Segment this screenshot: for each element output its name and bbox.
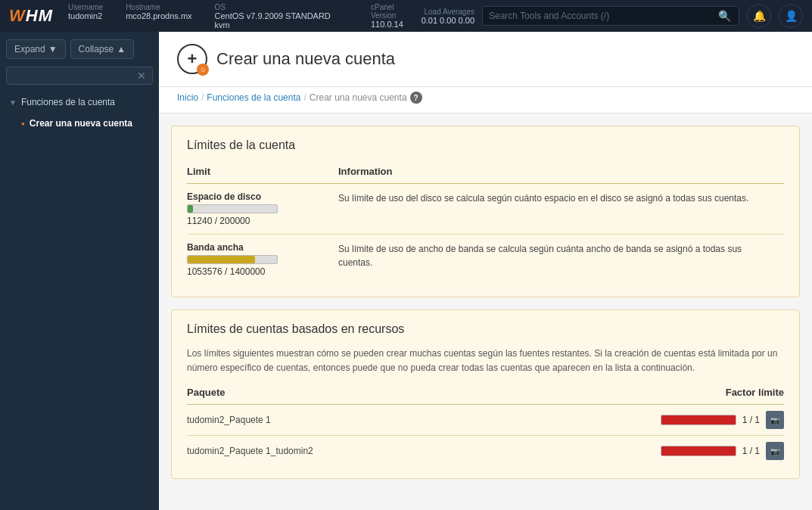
os-info: OS CentOS v7.9.2009 STANDARD kvm	[215, 3, 348, 30]
progress-bar-outer	[187, 204, 278, 213]
cpanel-info: cPanel Version 110.0.14	[371, 3, 422, 30]
progress-bar-inner	[188, 205, 193, 213]
top-bar-right: Load Averages 0.01 0.00 0.00 🔍 🔔 👤	[422, 4, 803, 28]
notifications-button[interactable]: 🔔	[747, 4, 771, 28]
progress-wrap: Banda ancha 1053576 / 1400000	[187, 242, 332, 277]
expand-label: Expand	[14, 44, 45, 54]
username-label: Username	[68, 3, 103, 11]
sub-icon: ☺	[197, 64, 209, 76]
limit-row-name: Espacio de disco	[187, 191, 332, 202]
user-account-button[interactable]: 👤	[779, 4, 803, 28]
expand-icon: ▼	[48, 44, 58, 54]
username-value: tudomin2	[68, 11, 102, 20]
pkg-bar-outer	[661, 446, 736, 456]
sidebar: Expand ▼ Collapse ▲ crear una nueva cuen…	[0, 32, 159, 510]
limits-panel-title: Límites de la cuenta	[187, 138, 784, 152]
package-factor-cell: 1 / 1 📷	[489, 405, 784, 436]
pkg-value: 1 / 1	[742, 446, 760, 456]
breadcrumb-inicio[interactable]: Inicio	[177, 92, 198, 103]
pkg-icon: 📷	[766, 411, 784, 429]
sidebar-search-clear[interactable]: ✕	[137, 70, 146, 81]
sidebar-section-funciones[interactable]: ▼ Funciones de la cuenta	[0, 91, 159, 114]
page-title: Crear una nueva cuenta	[216, 49, 395, 69]
limit-name-cell: Banda ancha 1053576 / 1400000	[187, 235, 338, 285]
os-value: CentOS v7.9.2009 STANDARD kvm	[215, 11, 331, 30]
col-info: Information	[338, 163, 784, 184]
page-icon: + ☺	[177, 44, 207, 74]
main-layout: Expand ▼ Collapse ▲ crear una nueva cuen…	[0, 32, 812, 510]
content-area: + ☺ Crear una nueva cuenta Inicio / Func…	[159, 32, 812, 510]
cpanel-value: 110.0.14	[371, 20, 403, 29]
limit-name-cell: Espacio de disco 11240 / 200000	[187, 184, 338, 235]
col-factor: Factor límite	[489, 384, 784, 405]
factor-col: 1 / 1 📷	[489, 411, 784, 429]
collapse-icon: ▲	[117, 44, 126, 54]
cpanel-label: cPanel Version	[371, 3, 422, 20]
progress-bar-outer	[187, 255, 278, 264]
package-name-cell: tudomin2_Paquete 1_tudomin2	[187, 436, 489, 467]
limit-info-cell: Su límite de uso de ancho de banda se ca…	[338, 235, 784, 285]
limit-row-name: Banda ancha	[187, 242, 332, 253]
resources-panel: Límites de cuentas basados en recursos L…	[171, 309, 800, 479]
col-package: Paquete	[187, 384, 489, 405]
table-row: Espacio de disco 11240 / 200000 Su límit…	[187, 184, 784, 235]
table-row: Banda ancha 1053576 / 1400000 Su límite …	[187, 235, 784, 285]
pkg-bar-outer	[661, 415, 736, 425]
sidebar-item-crear-cuenta[interactable]: ● Crear una nueva cuenta	[0, 114, 159, 133]
breadcrumb-sep-1: /	[201, 92, 204, 103]
breadcrumb-current: Crear una nueva cuenta	[310, 92, 407, 103]
package-factor-cell: 1 / 1 📷	[489, 436, 784, 467]
search-icon-button[interactable]: 🔍	[717, 10, 733, 22]
hostname-label: Hostname	[126, 3, 191, 11]
pkg-bar-wrap: 1 / 1 📷	[661, 442, 784, 460]
breadcrumb: Inicio / Funciones de la cuenta / Crear …	[159, 87, 812, 114]
progress-label: 11240 / 200000	[187, 216, 332, 226]
resources-panel-title: Límites de cuentas basados en recursos	[187, 322, 784, 336]
breadcrumb-funciones[interactable]: Funciones de la cuenta	[207, 92, 300, 103]
section-arrow-icon: ▼	[9, 98, 17, 107]
help-icon[interactable]: ?	[410, 92, 422, 104]
col-limit: Limit	[187, 163, 338, 184]
resources-description: Los límites siguientes muestran cómo se …	[187, 347, 784, 375]
limits-table: Limit Information Espacio de disco 11240…	[187, 163, 784, 285]
nav-bullet-icon: ●	[21, 120, 25, 127]
packages-table: Paquete Factor límite tudomin2_Paquete 1…	[187, 384, 784, 466]
sidebar-section-label: Funciones de la cuenta	[21, 97, 115, 107]
page-header: + ☺ Crear una nueva cuenta	[159, 32, 812, 87]
table-row: tudomin2_Paquete 1_tudomin2 1 / 1 📷	[187, 436, 784, 467]
pkg-icon: 📷	[766, 442, 784, 460]
search-input[interactable]	[489, 11, 717, 21]
search-bar[interactable]: 🔍	[482, 6, 739, 26]
pkg-bar-red	[661, 415, 736, 424]
server-info: Username tudomin2 Hostname mco28.prodns.…	[68, 3, 422, 30]
sidebar-search-input[interactable]: crear una nueva cuenta	[13, 70, 137, 81]
pkg-value: 1 / 1	[742, 415, 760, 425]
hostname-value: mco28.prodns.mx	[126, 11, 191, 20]
limit-info-cell: Su límite de uso del disco se calcula se…	[338, 184, 784, 235]
progress-label: 1053576 / 1400000	[187, 266, 332, 277]
load-value: 0.01 0.00 0.00	[422, 16, 474, 25]
collapse-button[interactable]: Collapse ▲	[70, 39, 135, 59]
package-name-cell: tudomin2_Paquete 1	[187, 405, 489, 436]
breadcrumb-sep-2: /	[303, 92, 306, 103]
username-info: Username tudomin2	[68, 3, 103, 30]
pkg-bar-red	[661, 446, 736, 456]
whm-logo: WHM	[9, 6, 53, 26]
factor-col: 1 / 1 📷	[489, 442, 784, 460]
sidebar-nav: ▼ Funciones de la cuenta ● Crear una nue…	[0, 91, 159, 510]
pkg-bar-wrap: 1 / 1 📷	[661, 411, 784, 429]
sidebar-search-box[interactable]: crear una nueva cuenta ✕	[6, 67, 153, 85]
plus-icon: +	[188, 49, 198, 69]
progress-wrap: Espacio de disco 11240 / 200000	[187, 191, 332, 226]
load-averages: Load Averages 0.01 0.00 0.00	[422, 8, 474, 25]
hostname-info: Hostname mco28.prodns.mx	[126, 3, 191, 30]
sidebar-controls: Expand ▼ Collapse ▲	[0, 32, 159, 67]
table-row: tudomin2_Paquete 1 1 / 1 📷	[187, 405, 784, 436]
os-label: OS	[215, 3, 348, 11]
expand-button[interactable]: Expand ▼	[6, 39, 66, 59]
sidebar-item-label: Crear una nueva cuenta	[30, 118, 132, 129]
limits-panel: Límites de la cuenta Limit Information E…	[171, 126, 800, 297]
top-bar: WHM Username tudomin2 Hostname mco28.pro…	[0, 0, 812, 32]
collapse-label: Collapse	[79, 44, 114, 54]
progress-bar-inner	[188, 256, 255, 263]
